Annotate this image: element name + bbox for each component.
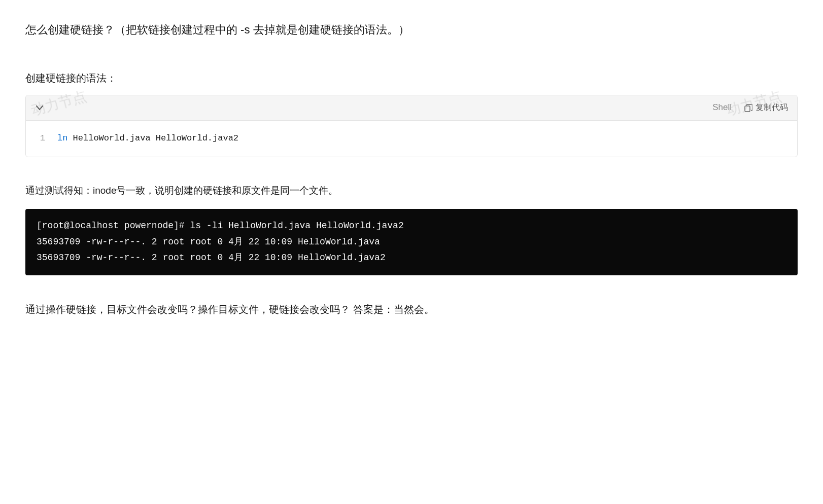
section-label: 创建硬链接的语法： bbox=[25, 69, 798, 87]
svg-rect-0 bbox=[745, 106, 750, 112]
copy-icon bbox=[744, 104, 752, 112]
vertical-divider bbox=[738, 103, 738, 113]
terminal-line-1: [root@localhost powernode]# ls -li Hello… bbox=[37, 218, 786, 234]
code-content: ln HelloWorld.java HelloWorld.java2 bbox=[57, 131, 238, 147]
question-text: 怎么创建硬链接？（把软链接创建过程中的 -s 去掉就是创建硬链接的语法。） bbox=[25, 20, 798, 39]
chevron-down-icon[interactable] bbox=[35, 103, 44, 113]
terminal-block: [root@localhost powernode]# ls -li Hello… bbox=[25, 209, 798, 275]
line-numbers: 1 bbox=[35, 131, 45, 147]
code-keyword: ln bbox=[57, 133, 67, 143]
header-left bbox=[35, 103, 44, 113]
terminal-line-2: 35693709 -rw-r--r--. 2 root root 0 4月 22… bbox=[37, 234, 786, 250]
copy-code-button[interactable]: 复制代码 bbox=[744, 102, 788, 113]
terminal-line-3: 35693709 -rw-r--r--. 2 root root 0 4月 22… bbox=[37, 250, 786, 266]
code-block-header: Shell 复制代码 bbox=[26, 95, 797, 121]
code-block: Shell 复制代码 1 ln HelloWorld.java HelloWor… bbox=[25, 95, 798, 157]
code-block-body: 1 ln HelloWorld.java HelloWorld.java2 bbox=[26, 121, 797, 157]
shell-label: Shell bbox=[712, 100, 732, 115]
code-args: HelloWorld.java HelloWorld.java2 bbox=[67, 133, 238, 143]
header-right: Shell 复制代码 bbox=[712, 100, 788, 115]
copy-label: 复制代码 bbox=[756, 102, 788, 113]
description-1: 通过测试得知：inode号一致，说明创建的硬链接和原文件是同一个文件。 bbox=[25, 183, 798, 199]
description-2: 通过操作硬链接，目标文件会改变吗？操作目标文件，硬链接会改变吗？ 答案是：当然会… bbox=[25, 301, 798, 318]
